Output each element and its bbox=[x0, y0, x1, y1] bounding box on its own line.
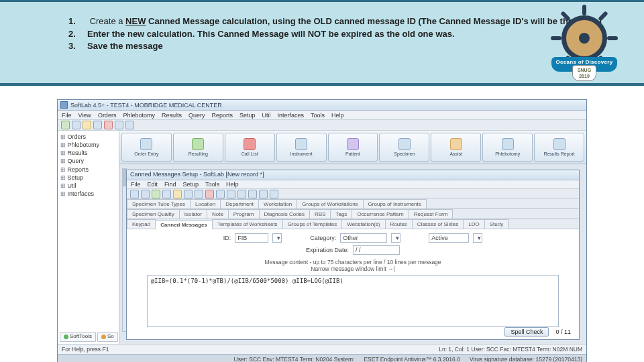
tree-node[interactable]: Query bbox=[60, 157, 116, 165]
sub-toolbar-icon[interactable] bbox=[237, 190, 246, 198]
btn-assist[interactable]: Assist bbox=[431, 133, 481, 162]
submenu-file[interactable]: File bbox=[131, 181, 141, 188]
toolbar-icon[interactable] bbox=[93, 121, 102, 129]
tree-node[interactable]: Orders bbox=[60, 133, 116, 141]
status-field[interactable]: Active bbox=[429, 233, 469, 243]
menu-tools[interactable]: Tools bbox=[311, 112, 325, 119]
toolbar-icon[interactable] bbox=[83, 121, 91, 129]
category-dropdown[interactable] bbox=[391, 233, 400, 243]
menu-interfaces[interactable]: Interfaces bbox=[278, 112, 305, 119]
category-field[interactable]: Other bbox=[340, 233, 387, 243]
tab[interactable]: Tags bbox=[330, 209, 352, 219]
expiration-field[interactable]: / / bbox=[353, 245, 400, 255]
sub-toolbar-icon[interactable] bbox=[205, 190, 214, 198]
tab[interactable]: RBS bbox=[309, 209, 331, 219]
side-tab[interactable]: So bbox=[97, 332, 118, 342]
app-menubar[interactable]: File View Orders Phlebotomy Results Quer… bbox=[58, 111, 586, 120]
sub-toolbar-icon[interactable] bbox=[130, 190, 139, 198]
toolbar-icon[interactable] bbox=[125, 121, 134, 129]
tab[interactable]: Diagnosis Codes bbox=[259, 209, 310, 219]
submenu-edit[interactable]: Edit bbox=[148, 181, 158, 188]
sub-toolbar-icon[interactable] bbox=[270, 190, 278, 198]
screenshot-container: SoftLab 4.5+ - TEST4 - MOBRIDGE MEDICAL … bbox=[0, 86, 644, 362]
tree-node[interactable]: Results bbox=[60, 149, 116, 157]
tab[interactable]: Groups of Workstations bbox=[297, 199, 363, 208]
tab[interactable]: Occurrence Pattern bbox=[352, 209, 409, 219]
tab[interactable]: Classes of Slides bbox=[412, 219, 464, 229]
submenu-help[interactable]: Help bbox=[226, 181, 239, 188]
sub-toolbar-icon[interactable] bbox=[248, 190, 257, 198]
btn-patient[interactable]: Patient bbox=[328, 133, 378, 162]
tab[interactable]: Program bbox=[228, 209, 260, 219]
statusbar-1: For Help, press F1 Ln: 1, Col: 1 User: S… bbox=[58, 344, 586, 354]
sub-toolbar-icon[interactable] bbox=[141, 190, 150, 198]
toolbar-icon[interactable] bbox=[104, 121, 113, 129]
tree-node[interactable]: Phlebotomy bbox=[60, 141, 116, 149]
tab[interactable]: Specimen Tube Types bbox=[127, 199, 191, 208]
btn-phlebotomy[interactable]: Phlebotomy bbox=[482, 133, 533, 162]
tab[interactable]: Specimen Quality bbox=[127, 209, 180, 219]
tab[interactable]: Routes bbox=[385, 219, 413, 229]
tab[interactable]: Department bbox=[220, 199, 259, 208]
tree-node[interactable]: Util bbox=[60, 182, 116, 190]
side-tab[interactable]: SoftTools bbox=[60, 332, 96, 342]
message-textarea[interactable]: @IIB=(0.1*(70-1)*@TB)/(@IIB/6500*5000) @… bbox=[147, 275, 559, 327]
menu-orders[interactable]: Orders bbox=[98, 112, 117, 119]
tab[interactable]: Location bbox=[190, 199, 221, 208]
toolbar-icon[interactable] bbox=[115, 121, 123, 129]
submenu-setup[interactable]: Setup bbox=[183, 181, 199, 188]
tab[interactable]: Study bbox=[484, 219, 508, 229]
id-dropdown[interactable] bbox=[272, 233, 282, 243]
menu-results[interactable]: Results bbox=[162, 112, 182, 119]
side-tabs: SoftTools So bbox=[60, 332, 118, 342]
toolbar-icon[interactable] bbox=[61, 121, 70, 129]
instructions-list: 1. Create a NEW Canned Message calculati… bbox=[68, 15, 602, 53]
tab[interactable]: Keypad bbox=[127, 219, 156, 229]
subwin-menubar[interactable]: File Edit Find Setup Tools Help bbox=[127, 180, 579, 189]
sub-toolbar-icon[interactable] bbox=[195, 190, 203, 198]
spell-check-button[interactable]: Spell Check bbox=[504, 327, 549, 337]
menu-reports[interactable]: Reports bbox=[211, 112, 233, 119]
toolbar-icon[interactable] bbox=[72, 121, 80, 129]
submenu-find[interactable]: Find bbox=[164, 181, 176, 188]
sub-toolbar-icon[interactable] bbox=[162, 190, 171, 198]
tab[interactable]: Groups of Instruments bbox=[363, 199, 427, 208]
btn-specimen[interactable]: Specimen bbox=[379, 133, 429, 162]
sub-toolbar-icon[interactable] bbox=[173, 190, 182, 198]
menu-view[interactable]: View bbox=[78, 112, 91, 119]
sub-toolbar-icon[interactable] bbox=[227, 190, 235, 198]
menu-setup[interactable]: Setup bbox=[239, 112, 256, 119]
tree-node[interactable]: Reports bbox=[60, 166, 116, 174]
nav-tree[interactable]: Orders Phlebotomy Results Query Reports … bbox=[58, 131, 119, 344]
menu-help[interactable]: Help bbox=[331, 112, 344, 119]
btn-instrument[interactable]: Instrument bbox=[276, 133, 327, 162]
tab[interactable]: Workstation bbox=[258, 199, 297, 208]
menu-query[interactable]: Query bbox=[189, 112, 205, 119]
sub-toolbar-icon[interactable] bbox=[216, 190, 225, 198]
tab[interactable]: LDO bbox=[463, 219, 484, 229]
tab[interactable]: Webstation(s) bbox=[341, 219, 385, 229]
menu-util[interactable]: Util bbox=[262, 112, 271, 119]
tab-canned-messages[interactable]: Canned Messages bbox=[155, 220, 213, 229]
tab[interactable]: Note bbox=[207, 209, 229, 219]
btn-call-list[interactable]: Call List bbox=[225, 133, 275, 162]
tab[interactable]: Isolator bbox=[179, 209, 207, 219]
btn-order-entry[interactable]: Order Entry bbox=[121, 133, 172, 162]
tree-node[interactable]: Interfaces bbox=[60, 190, 116, 198]
btn-results-report[interactable]: Results Report bbox=[534, 133, 584, 162]
menu-phlebotomy[interactable]: Phlebotomy bbox=[123, 112, 155, 119]
sub-toolbar-icon[interactable] bbox=[259, 190, 268, 198]
btn-resulting[interactable]: Resulting bbox=[173, 133, 223, 162]
submenu-tools[interactable]: Tools bbox=[205, 181, 219, 188]
sub-toolbar-icon[interactable] bbox=[184, 190, 193, 198]
tab[interactable]: Templates of Worksheets bbox=[212, 219, 283, 229]
form-area: ID: FIB Category: Other Active bbox=[127, 229, 579, 339]
char-count: 0 / 11 bbox=[555, 328, 571, 335]
status-dropdown[interactable] bbox=[473, 233, 482, 243]
sub-toolbar-icon[interactable] bbox=[152, 190, 160, 198]
tab[interactable]: Groups of Templates bbox=[282, 219, 343, 229]
id-field[interactable]: FIB bbox=[235, 233, 268, 243]
menu-file[interactable]: File bbox=[62, 112, 72, 119]
tab[interactable]: Request Form bbox=[409, 209, 453, 219]
tree-node[interactable]: Setup bbox=[60, 174, 116, 182]
